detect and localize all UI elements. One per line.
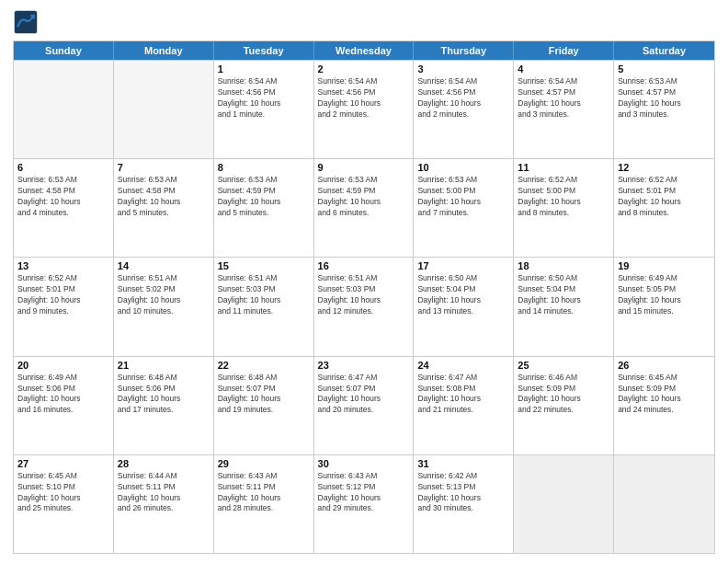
weekday-header-monday: Monday (114, 41, 214, 60)
cal-cell-22: 22Sunrise: 6:48 AM Sunset: 5:07 PM Dayli… (214, 357, 314, 454)
weekday-header-thursday: Thursday (414, 41, 514, 60)
day-info: Sunrise: 6:44 AM Sunset: 5:11 PM Dayligh… (118, 471, 210, 515)
cal-cell-14: 14Sunrise: 6:51 AM Sunset: 5:02 PM Dayli… (114, 258, 214, 355)
weekday-header-wednesday: Wednesday (314, 41, 415, 60)
day-number: 8 (218, 162, 310, 173)
day-info: Sunrise: 6:53 AM Sunset: 5:00 PM Dayligh… (417, 175, 509, 219)
cal-cell-31: 31Sunrise: 6:42 AM Sunset: 5:13 PM Dayli… (414, 455, 514, 553)
day-number: 6 (17, 162, 109, 173)
cal-cell-4: 4Sunrise: 6:54 AM Sunset: 4:57 PM Daylig… (514, 61, 614, 158)
day-number: 16 (318, 260, 410, 271)
day-number: 23 (318, 360, 410, 371)
cal-cell-17: 17Sunrise: 6:50 AM Sunset: 5:04 PM Dayli… (414, 258, 514, 355)
day-info: Sunrise: 6:50 AM Sunset: 5:04 PM Dayligh… (417, 273, 509, 317)
cal-cell-19: 19Sunrise: 6:49 AM Sunset: 5:05 PM Dayli… (614, 258, 714, 355)
day-number: 4 (518, 63, 609, 75)
day-number: 26 (618, 360, 711, 371)
week-row-1: 1Sunrise: 6:54 AM Sunset: 4:56 PM Daylig… (14, 60, 714, 158)
cal-cell-3: 3Sunrise: 6:54 AM Sunset: 4:56 PM Daylig… (414, 61, 514, 158)
logo (13, 9, 42, 35)
day-info: Sunrise: 6:42 AM Sunset: 5:13 PM Dayligh… (417, 471, 509, 515)
day-info: Sunrise: 6:51 AM Sunset: 5:03 PM Dayligh… (218, 273, 310, 317)
day-number: 17 (417, 260, 509, 271)
day-number: 14 (118, 260, 210, 271)
calendar-body: 1Sunrise: 6:54 AM Sunset: 4:56 PM Daylig… (14, 60, 714, 553)
day-info: Sunrise: 6:52 AM Sunset: 5:01 PM Dayligh… (618, 175, 711, 219)
day-number: 24 (417, 360, 509, 371)
cal-cell-24: 24Sunrise: 6:47 AM Sunset: 5:08 PM Dayli… (414, 357, 514, 454)
cal-cell-11: 11Sunrise: 6:52 AM Sunset: 5:00 PM Dayli… (514, 159, 614, 257)
day-info: Sunrise: 6:53 AM Sunset: 4:58 PM Dayligh… (17, 175, 109, 219)
day-info: Sunrise: 6:54 AM Sunset: 4:57 PM Dayligh… (518, 76, 609, 121)
day-number: 10 (417, 162, 509, 173)
day-number: 5 (618, 63, 711, 75)
day-info: Sunrise: 6:54 AM Sunset: 4:56 PM Dayligh… (218, 76, 310, 121)
day-info: Sunrise: 6:46 AM Sunset: 5:09 PM Dayligh… (518, 373, 609, 417)
cal-cell-10: 10Sunrise: 6:53 AM Sunset: 5:00 PM Dayli… (414, 159, 514, 257)
cal-cell-13: 13Sunrise: 6:52 AM Sunset: 5:01 PM Dayli… (14, 258, 114, 355)
day-info: Sunrise: 6:49 AM Sunset: 5:05 PM Dayligh… (618, 273, 711, 317)
weekday-header-saturday: Saturday (614, 41, 714, 60)
cal-cell-6: 6Sunrise: 6:53 AM Sunset: 4:58 PM Daylig… (14, 159, 114, 257)
day-info: Sunrise: 6:43 AM Sunset: 5:12 PM Dayligh… (318, 471, 410, 515)
day-info: Sunrise: 6:53 AM Sunset: 4:58 PM Dayligh… (118, 175, 210, 219)
day-number: 7 (118, 162, 210, 173)
cal-cell-15: 15Sunrise: 6:51 AM Sunset: 5:03 PM Dayli… (214, 258, 314, 355)
day-info: Sunrise: 6:54 AM Sunset: 4:56 PM Dayligh… (318, 76, 410, 121)
cal-cell-8: 8Sunrise: 6:53 AM Sunset: 4:59 PM Daylig… (214, 159, 314, 257)
day-number: 11 (518, 162, 609, 173)
day-info: Sunrise: 6:53 AM Sunset: 4:59 PM Dayligh… (218, 175, 310, 219)
cal-cell-16: 16Sunrise: 6:51 AM Sunset: 5:03 PM Dayli… (314, 258, 415, 355)
week-row-3: 13Sunrise: 6:52 AM Sunset: 5:01 PM Dayli… (14, 257, 714, 355)
cal-cell-30: 30Sunrise: 6:43 AM Sunset: 5:12 PM Dayli… (314, 455, 415, 553)
cal-cell-25: 25Sunrise: 6:46 AM Sunset: 5:09 PM Dayli… (514, 357, 614, 454)
cal-cell-27: 27Sunrise: 6:45 AM Sunset: 5:10 PM Dayli… (14, 455, 114, 553)
cal-cell-23: 23Sunrise: 6:47 AM Sunset: 5:07 PM Dayli… (314, 357, 415, 454)
cal-cell-28: 28Sunrise: 6:44 AM Sunset: 5:11 PM Dayli… (114, 455, 214, 553)
day-number: 29 (218, 458, 310, 469)
cal-cell-18: 18Sunrise: 6:50 AM Sunset: 5:04 PM Dayli… (514, 258, 614, 355)
cal-cell-12: 12Sunrise: 6:52 AM Sunset: 5:01 PM Dayli… (614, 159, 714, 257)
day-number: 1 (218, 63, 310, 75)
day-number: 22 (218, 360, 310, 371)
page: SundayMondayTuesdayWednesdayThursdayFrid… (0, 0, 728, 563)
day-number: 31 (417, 458, 509, 469)
day-info: Sunrise: 6:52 AM Sunset: 5:01 PM Dayligh… (17, 273, 109, 317)
day-info: Sunrise: 6:53 AM Sunset: 4:59 PM Dayligh… (318, 175, 410, 219)
weekday-header-sunday: Sunday (14, 41, 114, 60)
cal-cell-5: 5Sunrise: 6:53 AM Sunset: 4:57 PM Daylig… (614, 61, 714, 158)
day-info: Sunrise: 6:49 AM Sunset: 5:06 PM Dayligh… (17, 373, 109, 417)
day-info: Sunrise: 6:43 AM Sunset: 5:11 PM Dayligh… (218, 471, 310, 515)
cal-cell-29: 29Sunrise: 6:43 AM Sunset: 5:11 PM Dayli… (214, 455, 314, 553)
day-info: Sunrise: 6:52 AM Sunset: 5:00 PM Dayligh… (518, 175, 609, 219)
calendar-header: SundayMondayTuesdayWednesdayThursdayFrid… (14, 41, 714, 60)
cal-cell-2: 2Sunrise: 6:54 AM Sunset: 4:56 PM Daylig… (314, 61, 415, 158)
cal-cell-21: 21Sunrise: 6:48 AM Sunset: 5:06 PM Dayli… (114, 357, 214, 454)
cal-cell-1: 1Sunrise: 6:54 AM Sunset: 4:56 PM Daylig… (214, 61, 314, 158)
day-number: 30 (318, 458, 410, 469)
day-number: 18 (518, 260, 609, 271)
cal-cell-20: 20Sunrise: 6:49 AM Sunset: 5:06 PM Dayli… (14, 357, 114, 454)
cal-cell-26: 26Sunrise: 6:45 AM Sunset: 5:09 PM Dayli… (614, 357, 714, 454)
day-number: 12 (618, 162, 711, 173)
cal-cell-empty-01 (114, 61, 214, 158)
day-info: Sunrise: 6:48 AM Sunset: 5:07 PM Dayligh… (218, 373, 310, 417)
day-info: Sunrise: 6:53 AM Sunset: 4:57 PM Dayligh… (618, 76, 711, 121)
day-number: 15 (218, 260, 310, 271)
day-info: Sunrise: 6:47 AM Sunset: 5:08 PM Dayligh… (417, 373, 509, 417)
day-number: 13 (17, 260, 109, 271)
header (13, 9, 715, 35)
day-number: 3 (417, 63, 509, 75)
cal-cell-empty-00 (14, 61, 114, 158)
cal-cell-empty-45 (514, 455, 614, 553)
weekday-header-tuesday: Tuesday (214, 41, 314, 60)
logo-icon (13, 9, 39, 35)
cal-cell-9: 9Sunrise: 6:53 AM Sunset: 4:59 PM Daylig… (314, 159, 415, 257)
day-number: 27 (17, 458, 109, 469)
day-info: Sunrise: 6:51 AM Sunset: 5:02 PM Dayligh… (118, 273, 210, 317)
day-number: 19 (618, 260, 711, 271)
week-row-2: 6Sunrise: 6:53 AM Sunset: 4:58 PM Daylig… (14, 158, 714, 257)
day-number: 28 (118, 458, 210, 469)
day-number: 25 (518, 360, 609, 371)
day-info: Sunrise: 6:54 AM Sunset: 4:56 PM Dayligh… (417, 76, 509, 121)
